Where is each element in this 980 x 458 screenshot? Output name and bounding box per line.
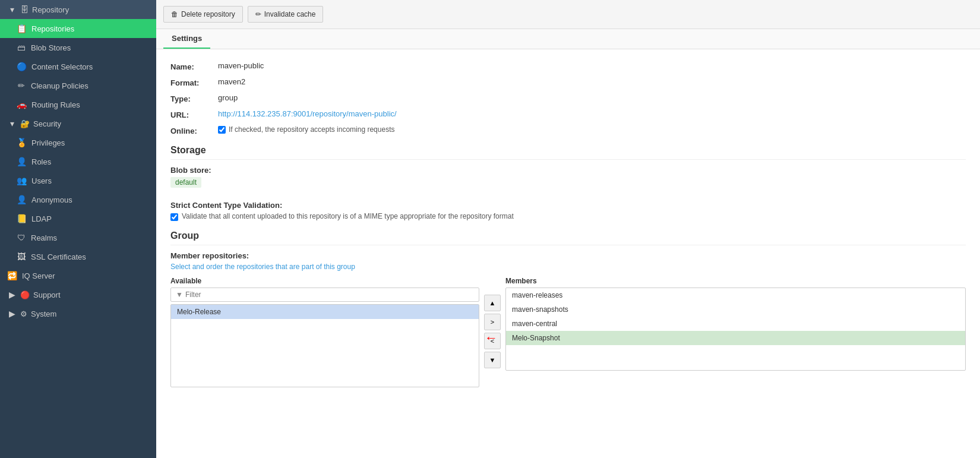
field-row-format: Format: maven2	[170, 77, 966, 87]
cleanup-policies-icon: ✏	[17, 81, 26, 90]
member-item-maven-releases[interactable]: maven-releases	[506, 288, 965, 302]
sidebar: ▾ 🗄 Repository 📋 Repositories 🗃 Blob Sto…	[0, 0, 156, 458]
member-item-label: maven-releases	[512, 291, 562, 299]
type-value: group	[218, 93, 238, 102]
sidebar-item-routing-rules[interactable]: 🚗 Routing Rules	[0, 95, 156, 114]
sidebar-item-label: SSL Certificates	[31, 252, 86, 261]
sidebar-item-label: Blob Stores	[31, 43, 71, 52]
sidebar-item-label: Repositories	[31, 24, 74, 33]
ldap-icon: 📒	[17, 214, 27, 223]
format-value: maven2	[218, 77, 245, 86]
support-icon: 🔴	[20, 290, 30, 299]
blob-stores-icon: 🗃	[17, 43, 26, 52]
sidebar-item-label: Realms	[31, 233, 57, 242]
sidebar-item-system[interactable]: ▶ ⚙ System	[0, 304, 156, 323]
sidebar-item-repository[interactable]: ▾ 🗄 Repository	[0, 0, 156, 19]
members-label: Members	[505, 277, 966, 285]
sidebar-item-realms[interactable]: 🛡 Realms	[0, 228, 156, 247]
field-row-online: Online: If checked, the repository accep…	[170, 125, 966, 135]
sidebar-item-label: System	[31, 309, 56, 318]
users-icon: 👥	[17, 176, 27, 185]
sidebar-item-label: Users	[31, 176, 52, 185]
repo-db-icon: 🗄	[20, 5, 29, 14]
invalidate-cache-button[interactable]: ✏ Invalidate cache	[248, 6, 324, 23]
member-item-melo-snapshot[interactable]: Melo-Snapshot ←	[506, 331, 965, 345]
sidebar-item-roles[interactable]: 👤 Roles	[0, 152, 156, 171]
available-item-label: Melo-Release	[177, 308, 221, 316]
sidebar-item-repositories[interactable]: 📋 Repositories	[0, 19, 156, 38]
url-value[interactable]: http://114.132.235.87:9001/repository/ma…	[218, 109, 397, 118]
strict-validation-text: Validate that all content uploaded to th…	[182, 212, 514, 220]
security-collapse-icon: ▾	[7, 119, 17, 128]
online-checkbox[interactable]	[218, 126, 226, 134]
sidebar-item-label: Privileges	[31, 138, 65, 147]
content-selectors-icon: 🔵	[17, 62, 27, 71]
name-value: maven-public	[218, 61, 264, 70]
main-content: 🗑 Delete repository ✏ Invalidate cache S…	[156, 0, 980, 458]
available-item-melo-release[interactable]: Melo-Release	[171, 305, 479, 319]
iq-server-icon: 🔁	[7, 271, 17, 280]
filter-input[interactable]	[185, 290, 474, 299]
tabs-bar: Settings	[156, 29, 980, 49]
sidebar-item-label: Roles	[31, 157, 51, 166]
red-arrow-indicator: ←	[485, 330, 498, 346]
field-row-name: Name: maven-public	[170, 61, 966, 71]
sidebar-item-support[interactable]: ▶ 🔴 Support	[0, 285, 156, 304]
online-checkbox-text: If checked, the repository accepts incom…	[229, 125, 394, 134]
invalidate-button-label: Invalidate cache	[264, 10, 316, 18]
format-label: Format:	[170, 77, 218, 87]
sidebar-item-blob-stores[interactable]: 🗃 Blob Stores	[0, 38, 156, 57]
sidebar-item-iq-server[interactable]: 🔁 IQ Server	[0, 266, 156, 285]
sidebar-item-label: IQ Server	[22, 271, 55, 280]
online-label: Online:	[170, 125, 218, 135]
tab-settings[interactable]: Settings	[163, 29, 210, 49]
name-label: Name:	[170, 61, 218, 71]
online-checkbox-label: If checked, the repository accepts incom…	[218, 125, 394, 134]
routing-rules-icon: 🚗	[17, 100, 27, 109]
sidebar-item-anonymous[interactable]: 👤 Anonymous	[0, 190, 156, 209]
sidebar-item-ssl-certificates[interactable]: 🖼 SSL Certificates	[0, 247, 156, 266]
member-item-maven-snapshots[interactable]: maven-snapshots	[506, 302, 965, 317]
trash-icon: 🗑	[171, 10, 178, 18]
realms-icon: 🛡	[17, 233, 26, 242]
group-columns: Available ▼ Melo-Release ▲ >	[170, 277, 966, 387]
url-label: URL:	[170, 109, 218, 119]
right-icon: >	[491, 318, 494, 326]
down-icon: ▼	[489, 356, 496, 364]
sidebar-item-label: Routing Rules	[31, 100, 80, 109]
sidebar-item-users[interactable]: 👥 Users	[0, 171, 156, 190]
sidebar-item-ldap[interactable]: 📒 LDAP	[0, 209, 156, 228]
blob-store-label: Blob store:	[170, 166, 966, 175]
sidebar-item-content-selectors[interactable]: 🔵 Content Selectors	[0, 57, 156, 76]
filter-box: ▼	[170, 288, 479, 302]
move-down-button[interactable]: ▼	[484, 352, 501, 368]
transfer-buttons: ▲ > < ▼	[484, 277, 501, 368]
sidebar-item-privileges[interactable]: 🏅 Privileges	[0, 133, 156, 152]
member-item-label: maven-central	[512, 320, 557, 328]
content-area: Name: maven-public Format: maven2 Type: …	[156, 49, 980, 458]
sidebar-item-label: LDAP	[31, 214, 52, 223]
strict-validation-checkbox[interactable]	[170, 213, 178, 221]
storage-section-title: Storage	[170, 145, 966, 160]
sidebar-item-label: Support	[33, 290, 61, 299]
tab-label: Settings	[172, 34, 202, 43]
online-value: If checked, the repository accepts incom…	[218, 125, 394, 134]
sidebar-item-label: Repository	[32, 5, 69, 14]
system-expand-icon: ▶	[7, 309, 17, 318]
move-right-button[interactable]: >	[484, 314, 501, 330]
member-repos-label: Member repositories:	[170, 251, 966, 260]
delete-repository-button[interactable]: 🗑 Delete repository	[163, 6, 243, 23]
sidebar-item-security[interactable]: ▾ 🔐 Security	[0, 114, 156, 133]
system-icon: ⚙	[20, 309, 27, 318]
sidebar-item-label: Content Selectors	[31, 62, 93, 71]
privileges-icon: 🏅	[17, 138, 27, 147]
type-label: Type:	[170, 93, 218, 103]
anonymous-icon: 👤	[17, 195, 27, 204]
move-up-button[interactable]: ▲	[484, 295, 501, 311]
sidebar-item-cleanup-policies[interactable]: ✏ Cleanup Policies	[0, 76, 156, 95]
pencil-icon: ✏	[255, 10, 261, 18]
member-item-maven-central[interactable]: maven-central	[506, 317, 965, 331]
member-item-label: Melo-Snapshot	[512, 334, 560, 342]
repository-icon: ▾	[7, 5, 17, 14]
available-column: Available ▼ Melo-Release	[170, 277, 479, 387]
